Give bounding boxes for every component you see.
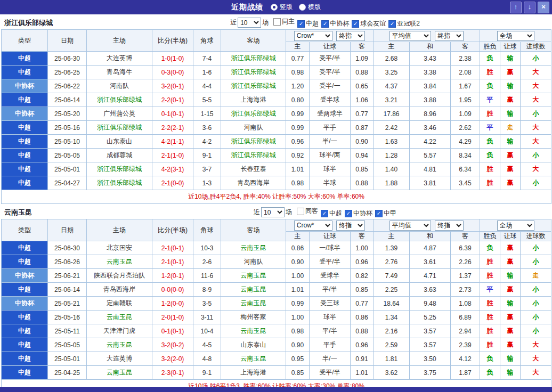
filter-controls: 近 10 场 同客✓中超✓中协杯✓中甲 [253, 207, 397, 218]
recent-count-select[interactable]: 10 [261, 207, 285, 217]
euro-home-odds: 1.34 [374, 311, 410, 324]
scope-select[interactable]: 全场 [497, 220, 534, 231]
match-row: 中超25-05-16浙江俱乐部绿城2-2(2-1)3-6河南队0.99平手0.8… [2, 121, 551, 135]
col-asian-away: 客 [351, 42, 374, 52]
corners: 4-8 [193, 352, 221, 366]
col-asian-home: 主 [286, 232, 310, 241]
close-icon[interactable]: × [538, 2, 549, 13]
result-goals: 小 [521, 149, 551, 162]
odds-company-select[interactable]: Crow* [294, 220, 332, 231]
match-date: 25-05-11 [48, 324, 87, 338]
score: 1-2(0-1) [152, 269, 193, 283]
euro-away-odds: 1.09 [451, 107, 480, 121]
euro-away-odds: 1.95 [451, 93, 480, 107]
euro-draw-odds: 8.96 [410, 107, 451, 121]
away-team: 云南玉昆 [221, 241, 286, 255]
filter-中超[interactable]: ✓中超 [321, 209, 342, 218]
filter-中协杯[interactable]: ✓中协杯 [345, 209, 372, 218]
filter-label: 中协杯 [330, 19, 349, 28]
view-option-label: 竖版 [280, 3, 293, 12]
section-filterbar: 浙江俱乐部绿城 近 10 场 同主✓中超✓中协杯✓球会友谊✓亚冠联2 [1, 16, 551, 29]
match-row: 中超25-06-14青岛西海岸0-0(0-0)8-9云南玉昆1.01平/半0.8… [2, 283, 551, 297]
result-outcome: 平 [480, 93, 500, 107]
asian-handicap: 平/半 [310, 324, 351, 338]
col-euro-away: 客 [451, 232, 480, 241]
filter-中协杯[interactable]: ✓中协杯 [321, 19, 349, 28]
view-option-horizontal[interactable]: 横版 [299, 3, 321, 12]
result-goals: 大 [521, 121, 551, 135]
euro-home-odds: 1.88 [374, 176, 410, 190]
asian-home-odds: 1.20 [286, 79, 310, 93]
corners: 10-3 [193, 241, 221, 255]
col-corners: 角球 [193, 30, 221, 52]
odds-company-select[interactable]: Crow* [294, 31, 332, 41]
euro-average-select[interactable]: 平均值 [389, 31, 431, 41]
col-asian-handicap: 让球 [310, 232, 351, 241]
result-goals: 大 [521, 79, 551, 93]
result-outcome: 胜 [480, 311, 500, 324]
col-asian-away: 客 [351, 232, 374, 241]
view-options: 竖版 横版 [271, 3, 321, 12]
asian-home-odds: 0.80 [286, 93, 310, 107]
away-team: 云南玉昆 [221, 297, 286, 311]
asian-odds-header: Crow* 终指 [286, 219, 374, 232]
league-type: 中超 [2, 324, 48, 338]
euro-home-odds: 2.42 [374, 121, 410, 135]
euro-draw-odds: 9.48 [410, 297, 451, 311]
filter-球会友谊[interactable]: ✓球会友谊 [352, 19, 386, 28]
euro-away-odds: 2.73 [451, 283, 480, 297]
away-team: 河南队 [221, 121, 286, 135]
result-outcome: 胜 [480, 66, 500, 79]
euro-home-odds: 2.25 [374, 283, 410, 297]
filter-亚冠联2[interactable]: ✓亚冠联2 [388, 19, 420, 28]
away-team: 上海海港 [221, 93, 286, 107]
asian-handicap: 受平/半 [310, 52, 351, 66]
filter-同客[interactable]: 同客 [297, 207, 318, 216]
filter-中超[interactable]: ✓中超 [297, 19, 319, 28]
score: 2-1(0-1) [152, 255, 193, 269]
filter-同主[interactable]: 同主 [273, 17, 295, 26]
col-score: 比分(半场) [152, 219, 193, 241]
away-team: 浙江俱乐部绿城 [221, 66, 286, 79]
corners: 8-9 [193, 283, 221, 297]
scope-select[interactable]: 全场 [497, 31, 534, 41]
move-up-button[interactable]: ↑ [510, 2, 522, 13]
result-goals: 小 [521, 107, 551, 121]
asian-handicap: 受半球 [310, 93, 351, 107]
result-outcome: 负 [480, 52, 500, 66]
move-down-button[interactable]: ↓ [524, 2, 535, 13]
odds-stage-select[interactable]: 终指 [336, 31, 365, 41]
checkbox-icon: ✓ [321, 210, 328, 217]
asian-away-odds: 1.01 [351, 366, 374, 380]
result-outcome: 负 [480, 352, 500, 366]
asian-handicap: 平手 [310, 338, 351, 352]
euro-stage-select[interactable]: 终指 [435, 31, 464, 41]
euro-average-select[interactable]: 平均值 [389, 220, 431, 231]
euro-home-odds: 3.25 [374, 66, 410, 79]
asian-handicap: 受平/半 [310, 66, 351, 79]
filter-中甲[interactable]: ✓中甲 [375, 209, 396, 218]
euro-draw-odds: 3.75 [410, 366, 451, 380]
league-type: 中超 [2, 352, 48, 366]
filter-label: 同客 [305, 207, 318, 216]
euro-draw-odds: 3.88 [410, 93, 451, 107]
recent-count-select[interactable]: 10 [238, 18, 261, 28]
home-team: 青岛海牛 [87, 66, 152, 79]
euro-home-odds: 1.40 [374, 162, 410, 176]
result-goals: 大 [521, 352, 551, 366]
asian-away-odds: 0.90 [351, 135, 374, 149]
euro-stage-select[interactable]: 终指 [435, 220, 464, 231]
asian-home-odds: 1.01 [286, 283, 310, 297]
asian-home-odds: 0.98 [286, 324, 310, 338]
result-handicap: 输 [500, 366, 521, 380]
result-goals: 小 [521, 297, 551, 311]
asian-home-odds: 0.98 [286, 176, 310, 190]
result-handicap: 输 [500, 352, 521, 366]
corners: 4-5 [193, 338, 221, 352]
view-option-vertical[interactable]: 竖版 [271, 3, 293, 12]
result-handicap: 赢 [500, 324, 521, 338]
odds-stage-select[interactable]: 终指 [336, 220, 365, 231]
league-type: 中超 [2, 66, 48, 79]
league-type: 中协杯 [2, 269, 48, 283]
asian-away-odds: 0.65 [351, 79, 374, 93]
